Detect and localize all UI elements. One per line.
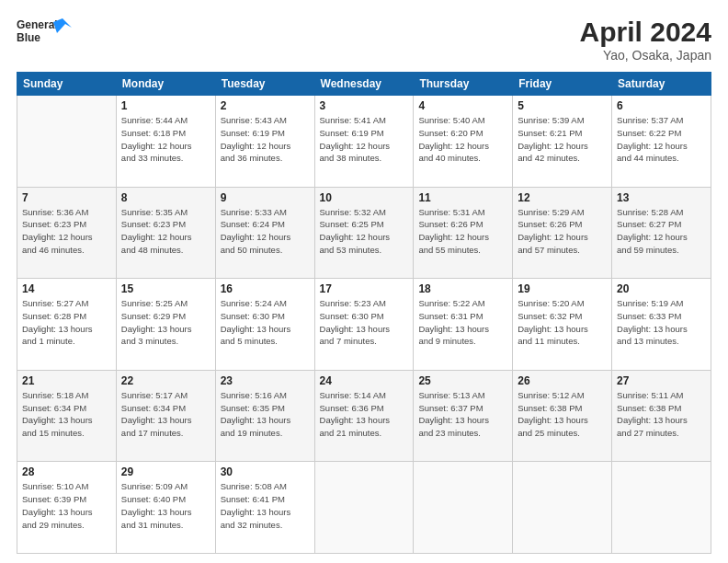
- day-number: 5: [518, 99, 607, 112]
- title-block: April 2024 Yao, Osaka, Japan: [580, 17, 711, 63]
- day-info: Sunrise: 5:08 AMSunset: 6:41 PMDaylight:…: [221, 480, 310, 531]
- day-info: Sunrise: 5:10 AMSunset: 6:39 PMDaylight:…: [22, 480, 111, 531]
- calendar-cell: 17Sunrise: 5:23 AMSunset: 6:30 PMDayligh…: [314, 279, 414, 371]
- day-info: Sunrise: 5:25 AMSunset: 6:29 PMDaylight:…: [121, 297, 210, 348]
- day-info: Sunrise: 5:36 AMSunset: 6:23 PMDaylight:…: [22, 206, 111, 257]
- calendar-cell: 26Sunrise: 5:12 AMSunset: 6:38 PMDayligh…: [513, 370, 612, 462]
- day-info: Sunrise: 5:16 AMSunset: 6:35 PMDaylight:…: [221, 389, 310, 440]
- day-info: Sunrise: 5:32 AMSunset: 6:25 PMDaylight:…: [320, 206, 409, 257]
- calendar-cell: 6Sunrise: 5:37 AMSunset: 6:22 PMDaylight…: [612, 96, 711, 188]
- weekday-header: Tuesday: [215, 73, 314, 96]
- day-number: 4: [418, 99, 507, 112]
- calendar-cell: 11Sunrise: 5:31 AMSunset: 6:26 PMDayligh…: [414, 187, 513, 279]
- day-number: 9: [221, 191, 310, 204]
- calendar-cell: 13Sunrise: 5:28 AMSunset: 6:27 PMDayligh…: [612, 187, 711, 279]
- calendar-week-row: 14Sunrise: 5:27 AMSunset: 6:28 PMDayligh…: [17, 279, 711, 371]
- calendar-week-row: 21Sunrise: 5:18 AMSunset: 6:34 PMDayligh…: [17, 370, 711, 462]
- day-number: 1: [121, 99, 210, 112]
- day-number: 19: [518, 282, 607, 295]
- calendar-cell: [414, 462, 513, 554]
- calendar-cell: 30Sunrise: 5:08 AMSunset: 6:41 PMDayligh…: [215, 462, 314, 554]
- calendar-cell: 2Sunrise: 5:43 AMSunset: 6:19 PMDaylight…: [215, 96, 314, 188]
- day-info: Sunrise: 5:40 AMSunset: 6:20 PMDaylight:…: [418, 114, 507, 165]
- day-number: 12: [518, 191, 607, 204]
- day-info: Sunrise: 5:35 AMSunset: 6:23 PMDaylight:…: [121, 206, 210, 257]
- day-number: 7: [22, 191, 111, 204]
- weekday-header: Sunday: [17, 73, 117, 96]
- day-number: 16: [221, 282, 310, 295]
- day-info: Sunrise: 5:14 AMSunset: 6:36 PMDaylight:…: [320, 389, 409, 440]
- calendar-cell: 23Sunrise: 5:16 AMSunset: 6:35 PMDayligh…: [215, 370, 314, 462]
- calendar-cell: 5Sunrise: 5:39 AMSunset: 6:21 PMDaylight…: [513, 96, 612, 188]
- day-number: 23: [221, 374, 310, 387]
- day-info: Sunrise: 5:33 AMSunset: 6:24 PMDaylight:…: [221, 206, 310, 257]
- day-info: Sunrise: 5:29 AMSunset: 6:26 PMDaylight:…: [518, 206, 607, 257]
- day-number: 26: [518, 374, 607, 387]
- calendar-cell: [513, 462, 612, 554]
- day-info: Sunrise: 5:20 AMSunset: 6:32 PMDaylight:…: [518, 297, 607, 348]
- calendar-cell: 20Sunrise: 5:19 AMSunset: 6:33 PMDayligh…: [612, 279, 711, 371]
- day-info: Sunrise: 5:17 AMSunset: 6:34 PMDaylight:…: [121, 389, 210, 440]
- calendar-cell: 12Sunrise: 5:29 AMSunset: 6:26 PMDayligh…: [513, 187, 612, 279]
- day-info: Sunrise: 5:12 AMSunset: 6:38 PMDaylight:…: [518, 389, 607, 440]
- calendar-cell: 24Sunrise: 5:14 AMSunset: 6:36 PMDayligh…: [314, 370, 414, 462]
- calendar-cell: 25Sunrise: 5:13 AMSunset: 6:37 PMDayligh…: [414, 370, 513, 462]
- day-info: Sunrise: 5:28 AMSunset: 6:27 PMDaylight:…: [617, 206, 706, 257]
- day-number: 20: [617, 282, 706, 295]
- calendar-week-row: 28Sunrise: 5:10 AMSunset: 6:39 PMDayligh…: [17, 462, 711, 554]
- calendar-cell: 14Sunrise: 5:27 AMSunset: 6:28 PMDayligh…: [17, 279, 117, 371]
- weekday-header: Friday: [513, 73, 612, 96]
- calendar-cell: 7Sunrise: 5:36 AMSunset: 6:23 PMDaylight…: [17, 187, 117, 279]
- calendar-table: SundayMondayTuesdayWednesdayThursdayFrid…: [17, 72, 711, 554]
- day-number: 29: [121, 465, 210, 478]
- calendar-cell: 21Sunrise: 5:18 AMSunset: 6:34 PMDayligh…: [17, 370, 117, 462]
- day-number: 15: [121, 282, 210, 295]
- calendar-cell: 28Sunrise: 5:10 AMSunset: 6:39 PMDayligh…: [17, 462, 117, 554]
- calendar-cell: 4Sunrise: 5:40 AMSunset: 6:20 PMDaylight…: [414, 96, 513, 188]
- day-info: Sunrise: 5:44 AMSunset: 6:18 PMDaylight:…: [121, 114, 210, 165]
- day-number: 24: [320, 374, 409, 387]
- weekday-header: Wednesday: [314, 73, 414, 96]
- day-number: 17: [320, 282, 409, 295]
- calendar-week-row: 1Sunrise: 5:44 AMSunset: 6:18 PMDaylight…: [17, 96, 711, 188]
- calendar-cell: [17, 96, 117, 188]
- day-number: 2: [221, 99, 310, 112]
- day-number: 13: [617, 191, 706, 204]
- day-number: 11: [418, 191, 507, 204]
- day-info: Sunrise: 5:11 AMSunset: 6:38 PMDaylight:…: [617, 389, 706, 440]
- main-title: April 2024: [580, 17, 711, 48]
- weekday-header: Saturday: [612, 73, 711, 96]
- weekday-header: Thursday: [414, 73, 513, 96]
- day-info: Sunrise: 5:43 AMSunset: 6:19 PMDaylight:…: [221, 114, 310, 165]
- day-info: Sunrise: 5:31 AMSunset: 6:26 PMDaylight:…: [418, 206, 507, 257]
- svg-text:Blue: Blue: [17, 31, 40, 44]
- day-info: Sunrise: 5:24 AMSunset: 6:30 PMDaylight:…: [221, 297, 310, 348]
- calendar-cell: [612, 462, 711, 554]
- logo: General Blue: [17, 17, 72, 48]
- day-number: 8: [121, 191, 210, 204]
- page: General Blue April 2024 Yao, Osaka, Japa…: [0, 0, 728, 563]
- calendar-cell: 29Sunrise: 5:09 AMSunset: 6:40 PMDayligh…: [116, 462, 215, 554]
- day-number: 25: [418, 374, 507, 387]
- calendar-cell: 9Sunrise: 5:33 AMSunset: 6:24 PMDaylight…: [215, 187, 314, 279]
- day-number: 22: [121, 374, 210, 387]
- calendar-week-row: 7Sunrise: 5:36 AMSunset: 6:23 PMDaylight…: [17, 187, 711, 279]
- day-number: 14: [22, 282, 111, 295]
- subtitle: Yao, Osaka, Japan: [580, 48, 711, 63]
- day-info: Sunrise: 5:18 AMSunset: 6:34 PMDaylight:…: [22, 389, 111, 440]
- day-number: 27: [617, 374, 706, 387]
- header: General Blue April 2024 Yao, Osaka, Japa…: [17, 17, 711, 63]
- day-number: 30: [221, 465, 310, 478]
- day-number: 6: [617, 99, 706, 112]
- day-info: Sunrise: 5:39 AMSunset: 6:21 PMDaylight:…: [518, 114, 607, 165]
- calendar-cell: 3Sunrise: 5:41 AMSunset: 6:19 PMDaylight…: [314, 96, 414, 188]
- calendar-cell: 16Sunrise: 5:24 AMSunset: 6:30 PMDayligh…: [215, 279, 314, 371]
- day-info: Sunrise: 5:37 AMSunset: 6:22 PMDaylight:…: [617, 114, 706, 165]
- calendar-cell: 1Sunrise: 5:44 AMSunset: 6:18 PMDaylight…: [116, 96, 215, 188]
- calendar-cell: [314, 462, 414, 554]
- day-number: 28: [22, 465, 111, 478]
- weekday-header: Monday: [116, 73, 215, 96]
- day-number: 18: [418, 282, 507, 295]
- day-info: Sunrise: 5:41 AMSunset: 6:19 PMDaylight:…: [320, 114, 409, 165]
- calendar-cell: 10Sunrise: 5:32 AMSunset: 6:25 PMDayligh…: [314, 187, 414, 279]
